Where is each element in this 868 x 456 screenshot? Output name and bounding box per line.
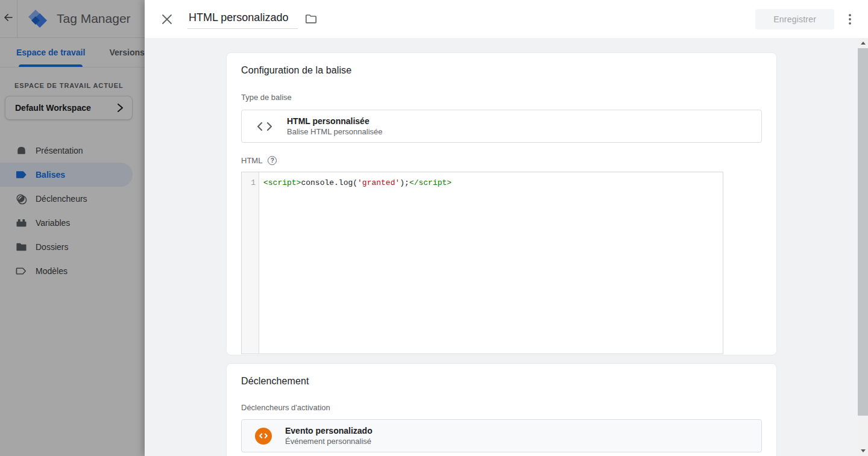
triangle-up-icon bbox=[861, 42, 866, 45]
code-line-content[interactable]: <script>console.log('granted');</script> bbox=[259, 172, 723, 354]
tag-configuration-card: Configuration de la balise Type de balis… bbox=[226, 52, 777, 355]
triangle-down-icon bbox=[861, 449, 866, 452]
config-card-title: Configuration de la balise bbox=[241, 53, 762, 76]
dialog-header: HTML personalizado Enregistrer bbox=[145, 0, 868, 38]
app-sidebar-region: Tag Manager Espace de travail Versions E… bbox=[0, 0, 145, 456]
scroll-down-button[interactable] bbox=[858, 446, 868, 456]
trigger-item[interactable]: Evento personalizado Événement personnal… bbox=[241, 419, 762, 452]
code-icon bbox=[257, 122, 272, 131]
trigger-description: Événement personnalisé bbox=[285, 437, 373, 446]
trigger-card-title: Déclenchement bbox=[241, 364, 762, 387]
tag-type-label: Type de balise bbox=[241, 93, 762, 102]
scroll-up-button[interactable] bbox=[858, 38, 868, 48]
save-button[interactable]: Enregistrer bbox=[755, 9, 834, 30]
scrollbar-thumb[interactable] bbox=[858, 48, 868, 416]
html-field-label: HTML bbox=[241, 156, 262, 165]
custom-event-icon bbox=[255, 428, 272, 445]
line-number: 1 bbox=[242, 178, 256, 188]
kebab-menu-icon[interactable] bbox=[849, 14, 851, 25]
firing-triggers-label: Déclencheurs d'activation bbox=[241, 403, 762, 412]
tag-editor-dialog: HTML personalizado Enregistrer Configura… bbox=[145, 0, 868, 456]
tag-name-input[interactable]: HTML personalizado bbox=[187, 9, 298, 29]
triggering-card: Déclenchement Déclencheurs d'activation … bbox=[226, 363, 777, 456]
tag-type-selector[interactable]: HTML personnalisée Balise HTML personnal… bbox=[241, 110, 762, 143]
editor-gutter: 1 bbox=[242, 172, 259, 354]
dialog-content: Configuration de la balise Type de balis… bbox=[145, 38, 858, 456]
help-icon[interactable]: ? bbox=[268, 156, 277, 165]
tag-type-name: HTML personnalisée bbox=[287, 116, 382, 126]
tag-type-description: Balise HTML personnalisée bbox=[287, 127, 382, 136]
html-code-editor[interactable]: 1 <script>console.log('granted');</scrip… bbox=[241, 172, 723, 354]
vertical-scrollbar[interactable] bbox=[858, 38, 868, 456]
screen: Tag Manager Espace de travail Versions E… bbox=[0, 0, 868, 456]
move-to-folder-icon[interactable] bbox=[305, 14, 317, 24]
close-icon[interactable] bbox=[160, 13, 174, 26]
trigger-name: Evento personalizado bbox=[285, 426, 373, 436]
modal-scrim[interactable] bbox=[0, 0, 145, 456]
